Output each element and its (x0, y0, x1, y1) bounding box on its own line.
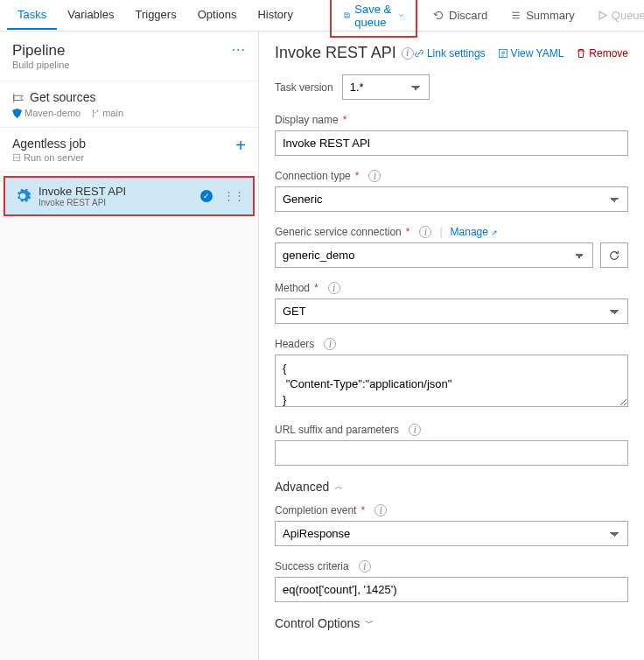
service-connection-select[interactable]: generic_demo (275, 242, 593, 268)
refresh-icon (608, 249, 620, 262)
save-and-queue-button[interactable]: Save & queue (337, 0, 410, 33)
url-suffix-info[interactable]: i (409, 424, 421, 436)
queue-button: Queue (591, 4, 644, 26)
tab-options[interactable]: Options (187, 1, 248, 30)
job-subtitle: Run on server (12, 152, 86, 163)
task-status-badge: ✓ (200, 190, 213, 202)
method-label: Method (275, 282, 310, 294)
chevron-down-icon (399, 11, 403, 19)
success-criteria-input[interactable] (275, 577, 628, 602)
advanced-section-toggle[interactable]: Advanced︿ (275, 480, 628, 494)
discard-button[interactable]: Discard (426, 4, 494, 26)
tab-variables[interactable]: Variables (57, 1, 124, 30)
external-link-icon: ↗ (491, 228, 498, 237)
completion-event-label: Completion event (275, 504, 356, 516)
view-yaml-button[interactable]: View YAML (498, 47, 564, 60)
headers-info[interactable]: i (324, 338, 336, 350)
tab-history[interactable]: History (247, 1, 303, 30)
list-icon (510, 10, 522, 21)
task-version-select[interactable]: 1.* (342, 74, 430, 100)
display-name-input[interactable] (275, 130, 628, 156)
summary-button[interactable]: Summary (503, 4, 582, 26)
summary-label: Summary (526, 9, 575, 22)
tab-tasks[interactable]: Tasks (7, 1, 57, 30)
panel-title: Invoke REST API (275, 44, 396, 62)
task-subtitle: Invoke REST API (38, 198, 193, 207)
pipeline-subtitle: Build pipeline (12, 60, 69, 70)
title-info-icon[interactable]: i (402, 47, 414, 60)
branch-icon (91, 109, 100, 117)
link-settings-button[interactable]: Link settings (414, 47, 486, 60)
undo-icon (433, 10, 444, 21)
method-info[interactable]: i (328, 282, 340, 294)
connection-type-label: Connection type (275, 170, 351, 182)
get-sources-section[interactable]: Get sources Maven-demo main (0, 81, 258, 128)
play-icon (598, 11, 607, 20)
right-panel: Invoke REST API i Link settings View YAM… (259, 32, 644, 660)
url-suffix-input[interactable] (275, 440, 628, 466)
trash-icon (576, 48, 586, 59)
save-icon (344, 10, 350, 21)
queue-label: Queue (612, 9, 644, 22)
service-connection-label: Generic service connection (275, 226, 402, 238)
pipeline-more-button[interactable]: ··· (232, 42, 246, 58)
discard-label: Discard (449, 9, 487, 22)
manage-link[interactable]: Manage ↗ (451, 226, 499, 238)
completion-event-select[interactable]: ApiResponse (275, 521, 628, 546)
completion-event-info[interactable]: i (374, 504, 387, 516)
service-connection-info[interactable]: i (419, 226, 431, 238)
invoke-rest-api-task[interactable]: Invoke REST API Invoke REST API ✓ ⋮⋮ (4, 176, 255, 216)
left-panel: Pipeline Build pipeline ··· Get sources … (0, 32, 259, 660)
job-title: Agentless job (12, 137, 86, 151)
display-name-label: Display name (275, 114, 339, 126)
sources-icon (12, 91, 24, 103)
connection-type-info[interactable]: i (368, 170, 381, 182)
success-criteria-label: Success criteria (275, 560, 349, 572)
save-label: Save & queue (354, 3, 395, 29)
azure-repo-icon (12, 109, 22, 118)
gear-icon (14, 187, 32, 205)
success-criteria-info[interactable]: i (359, 560, 371, 572)
headers-label: Headers (275, 338, 314, 350)
repo-tag: Maven-demo (12, 108, 80, 118)
tab-triggers[interactable]: Triggers (124, 1, 186, 30)
method-select[interactable]: GET (275, 298, 628, 324)
server-icon (12, 153, 21, 162)
pipeline-title: Pipeline (12, 42, 69, 60)
sources-title: Get sources (30, 90, 95, 104)
add-task-button[interactable]: + (235, 137, 246, 154)
agentless-job-header[interactable]: Agentless job Run on server + (0, 128, 258, 172)
task-title: Invoke REST API (38, 185, 193, 198)
chevron-down-icon: ﹀ (365, 617, 374, 629)
pipeline-header[interactable]: Pipeline Build pipeline ··· (0, 32, 258, 81)
headers-textarea[interactable]: { "Content-Type":"application/json" } (275, 355, 628, 407)
branch-tag: main (91, 108, 123, 118)
yaml-icon (498, 48, 508, 59)
task-version-label: Task version (275, 81, 333, 94)
chevron-up-icon: ︿ (334, 481, 343, 493)
connection-type-select[interactable]: Generic (275, 186, 628, 212)
pipeline-tabs: Tasks Variables Triggers Options History (7, 1, 304, 30)
remove-button[interactable]: Remove (576, 47, 628, 60)
drag-handle[interactable]: ⋮⋮ (223, 193, 244, 200)
link-icon (414, 48, 424, 59)
control-options-toggle[interactable]: Control Options﹀ (275, 616, 628, 630)
url-suffix-label: URL suffix and parameters (275, 424, 399, 436)
refresh-connections-button[interactable] (600, 242, 628, 268)
